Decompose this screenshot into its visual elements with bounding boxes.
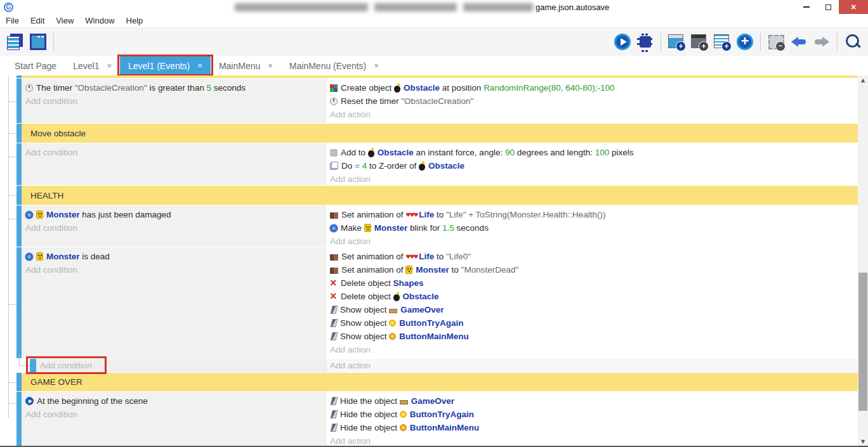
tab-level1[interactable]: Level1 ×: [65, 56, 120, 75]
conditions-cell[interactable]: Add condition: [22, 143, 326, 185]
actions-cell[interactable]: Set animation of Life to "Life0"Set anim…: [326, 247, 858, 358]
action-line[interactable]: Hide the object GameOver: [326, 394, 858, 408]
action-line[interactable]: Set animation of Monster to "MonsterDead…: [326, 263, 858, 276]
debug-icon[interactable]: [636, 32, 655, 51]
add-comment-icon[interactable]: [713, 32, 732, 51]
add-condition-button[interactable]: Add condition: [22, 408, 326, 421]
add-plus-icon[interactable]: [735, 32, 754, 51]
event-drag-bar[interactable]: [30, 359, 36, 372]
search-icon[interactable]: [843, 32, 862, 51]
vertical-scrollbar[interactable]: ▲ ▼: [858, 75, 868, 447]
close-button[interactable]: ×: [839, 0, 868, 14]
gdevelop-logo-icon: G: [4, 3, 13, 12]
menu-help[interactable]: Help: [121, 16, 149, 25]
action-line[interactable]: Set animation of Life to "Life" + ToStri…: [326, 208, 858, 221]
event-drag-bar[interactable]: [16, 75, 22, 78]
tab-level1-events[interactable]: Level1 (Events) ×: [120, 56, 211, 75]
actions-cell[interactable]: Hide the object GameOverHide the object …: [326, 392, 858, 447]
add-condition-button[interactable]: Add condition: [36, 359, 326, 372]
action-line[interactable]: Make Monster blink for 1.5 seconds: [326, 221, 858, 235]
action-line[interactable]: Delete object Shapes: [326, 276, 858, 290]
animation-icon: [330, 268, 338, 274]
close-tab-icon[interactable]: ×: [107, 61, 112, 70]
tab-start-page[interactable]: Start Page: [6, 56, 65, 75]
action-line[interactable]: Show object GameOver: [326, 303, 858, 316]
close-tab-icon[interactable]: ×: [197, 61, 202, 70]
conditions-cell[interactable]: Monster is dead Add condition: [22, 247, 326, 358]
scene-editor-icon[interactable]: [29, 32, 48, 51]
remove-event-icon[interactable]: [766, 32, 786, 51]
action-line[interactable]: Hide the object ButtonTryAgain: [326, 408, 858, 421]
scrollbar-thumb[interactable]: [858, 273, 867, 411]
action-line[interactable]: Do = 4 to Z-order of Obstacle: [326, 159, 858, 172]
group-header-move-obstacle[interactable]: Move obstacle: [16, 124, 858, 143]
project-manager-icon[interactable]: [6, 32, 25, 51]
add-condition-button[interactable]: Add condition: [22, 146, 326, 159]
add-event-icon[interactable]: [667, 32, 686, 51]
add-action-button[interactable]: Add action: [326, 235, 858, 247]
action-line[interactable]: Show object ButtonTryAgain: [326, 316, 858, 330]
add-action-button[interactable]: Add action: [326, 434, 858, 447]
event-drag-bar[interactable]: [16, 247, 22, 358]
group-header-partial[interactable]: [16, 75, 858, 78]
tab-mainmenu[interactable]: MainMenu ×: [211, 56, 281, 75]
play-icon[interactable]: [613, 32, 632, 51]
add-action-button[interactable]: Add action: [326, 359, 858, 372]
event-drag-bar[interactable]: [16, 79, 22, 123]
actions-cell[interactable]: Create object Obstacle at position Rando…: [326, 79, 858, 123]
group-header-label[interactable]: HEALTH: [22, 186, 858, 205]
action-line[interactable]: Hide the object ButtonMainMenu: [326, 421, 858, 434]
event-drag-bar[interactable]: [16, 186, 22, 205]
condition-line[interactable]: Monster has just been damaged: [22, 208, 326, 221]
close-tab-icon[interactable]: ×: [268, 61, 273, 70]
condition-line[interactable]: The timer "ObstacleCreation" is greater …: [22, 81, 326, 94]
conditions-cell[interactable]: Monster has just been damaged Add condit…: [22, 205, 326, 247]
conditions-cell[interactable]: At the beginning of the scene Add condit…: [22, 392, 326, 447]
close-tab-icon[interactable]: ×: [374, 61, 379, 70]
menu-view[interactable]: View: [50, 16, 79, 25]
menu-window[interactable]: Window: [79, 16, 120, 25]
event-drag-bar[interactable]: [16, 392, 22, 447]
action-line[interactable]: Delete object Obstacle: [326, 290, 858, 303]
group-header-label[interactable]: GAME OVER: [22, 373, 858, 391]
event-drag-bar[interactable]: [16, 373, 22, 391]
action-line[interactable]: Add to Obstacle an instant force, angle:…: [326, 146, 858, 159]
action-line[interactable]: Create object Obstacle at position Rando…: [326, 81, 858, 94]
undo-icon[interactable]: [789, 32, 808, 51]
add-subevent-icon[interactable]: [690, 32, 709, 51]
group-header-label[interactable]: Move obstacle: [22, 124, 858, 143]
add-action-button[interactable]: Add action: [326, 108, 858, 121]
tab-mainmenu-events[interactable]: MainMenu (Events) ×: [281, 56, 387, 75]
redo-icon[interactable]: [812, 32, 831, 51]
minimize-button[interactable]: [796, 0, 817, 14]
menu-edit[interactable]: Edit: [25, 16, 50, 25]
action-line[interactable]: Show object ButtonMainMenu: [326, 330, 858, 343]
action-lines: Set animation of Life to "Life" + ToStri…: [326, 208, 858, 235]
toolbar-separator: [837, 33, 838, 51]
actions-cell[interactable]: Set animation of Life to "Life" + ToStri…: [326, 205, 858, 247]
actions-cell[interactable]: Add action: [326, 359, 858, 372]
group-header-game-over[interactable]: GAME OVER: [16, 373, 858, 391]
add-action-button[interactable]: Add action: [326, 343, 858, 356]
add-condition-button[interactable]: Add condition: [22, 263, 326, 276]
action-line[interactable]: Reset the timer "ObstacleCreation": [326, 94, 858, 108]
action-line[interactable]: Set animation of Life to "Life0": [326, 250, 858, 263]
group-header-health[interactable]: HEALTH: [16, 186, 858, 205]
title-bar: G game.json.autosave ×: [0, 0, 868, 14]
event-drag-bar[interactable]: [16, 143, 22, 185]
restore-button[interactable]: [817, 0, 839, 14]
conditions-cell[interactable]: The timer "ObstacleCreation" is greater …: [22, 79, 326, 123]
event-drag-bar[interactable]: [16, 205, 22, 247]
conditions-cell[interactable]: Add condition: [36, 359, 326, 372]
add-action-button[interactable]: Add action: [326, 172, 858, 185]
add-condition-button[interactable]: Add condition: [22, 94, 326, 108]
condition-line[interactable]: Monster is dead: [22, 250, 326, 263]
button-orange-icon: [389, 333, 396, 340]
scroll-up-icon[interactable]: ▲: [858, 75, 868, 86]
add-condition-button[interactable]: Add condition: [22, 221, 326, 235]
actions-cell[interactable]: Add to Obstacle an instant force, angle:…: [326, 143, 858, 185]
condition-line[interactable]: At the beginning of the scene: [22, 394, 326, 408]
tree-connector: [8, 304, 16, 305]
menu-file[interactable]: File: [0, 16, 25, 25]
event-drag-bar[interactable]: [16, 124, 22, 143]
